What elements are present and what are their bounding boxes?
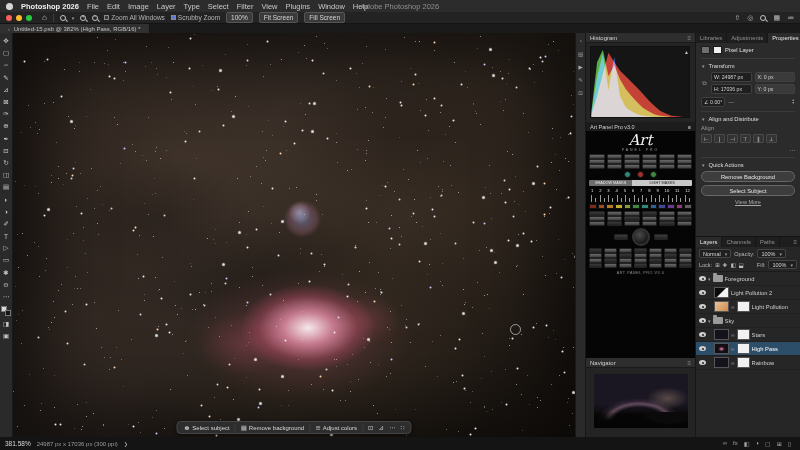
mask-number[interactable]: 4 [616, 188, 618, 193]
workspace-icon[interactable]: ≔ [787, 14, 794, 22]
blur-tool[interactable]: ◗ [1, 193, 12, 205]
actions-panel-icon[interactable]: ▶ [578, 64, 582, 70]
opacity-select[interactable]: 100%▾ [757, 249, 786, 258]
adjustment-layer-icon[interactable]: ◑ [755, 440, 759, 447]
add-mask-icon[interactable]: ◧ [744, 440, 750, 447]
history-panel-icon[interactable]: ◔ [579, 38, 582, 44]
panel-menu-icon[interactable]: ≡ [687, 35, 691, 41]
mask-number[interactable]: 6 [632, 188, 634, 193]
hand-tool[interactable]: ✱ [1, 267, 12, 279]
art-panel-button[interactable] [659, 221, 675, 226]
apple-menu-icon[interactable] [6, 3, 13, 10]
layer-row-stars[interactable]: ∞Stars [696, 328, 800, 342]
menu-file[interactable]: File [87, 2, 99, 11]
color-swatch[interactable] [676, 204, 684, 209]
art-panel-button[interactable] [589, 263, 602, 268]
layer-row-light-pollution[interactable]: ∞Light Pollution [696, 300, 800, 314]
panel-menu-icon[interactable]: ≡ [687, 360, 691, 366]
art-panel-button[interactable] [642, 221, 658, 226]
width-field[interactable]: W: 24987 px [711, 72, 752, 82]
zoom-in-icon[interactable]: + [80, 15, 86, 21]
new-layer-icon[interactable]: ⊞ [777, 440, 782, 447]
link-dimensions-icon[interactable]: ⧉ [701, 80, 708, 87]
color-swatch[interactable] [632, 204, 640, 209]
delete-layer-icon[interactable]: ▯ [788, 440, 791, 447]
art-panel-button[interactable] [614, 234, 628, 240]
align-icon-4[interactable]: ∥ [753, 134, 764, 143]
color-swatch[interactable] [667, 204, 675, 209]
art-panel-button[interactable] [619, 263, 632, 268]
layer-mask-thumbnail[interactable] [737, 329, 750, 340]
quick-mask-icon[interactable]: ◨ [1, 318, 12, 330]
history-brush-tool[interactable]: ↻ [1, 157, 12, 169]
layer-mask-thumbnail[interactable] [737, 343, 750, 354]
healing-brush-tool[interactable]: ⊕ [1, 120, 12, 132]
layer-thumbnail[interactable] [714, 343, 729, 354]
art-panel-button[interactable] [679, 263, 692, 268]
align-icon-3[interactable]: ⊤ [740, 134, 751, 143]
fill-screen-button[interactable]: Fill Screen [304, 12, 345, 23]
lock-icon-0[interactable]: ⊞ [715, 262, 720, 268]
uncached-refresh-icon[interactable]: ▲ [684, 49, 689, 55]
color-swatch[interactable] [641, 204, 649, 209]
navigator-thumbnail[interactable] [594, 374, 688, 428]
light-masks-label[interactable]: LIGHT MASKS [632, 180, 692, 186]
layer-mask-thumbnail[interactable] [737, 357, 750, 368]
remove-background-quick-button[interactable]: Remove Background [701, 171, 795, 182]
layer-mask-thumbnail[interactable] [714, 287, 729, 298]
menu-view[interactable]: View [261, 2, 277, 11]
mask-slider[interactable]: SHADOW MASKS LIGHT MASKS [589, 180, 692, 186]
fill-select[interactable]: 100%▾ [768, 260, 797, 269]
tab-layers[interactable]: Layers [696, 237, 722, 247]
type-tool[interactable]: T [1, 230, 12, 242]
panel-menu-icon[interactable]: ≡ [793, 237, 800, 247]
search-icon[interactable] [760, 15, 766, 21]
navigator-title[interactable]: Navigator [590, 360, 616, 366]
spinner-icon[interactable]: ▲▼ [792, 99, 795, 106]
art-panel-button[interactable] [607, 164, 623, 169]
scrubby-zoom-checkbox[interactable]: Scrubby Zoom [171, 14, 220, 21]
select-subject-quick-button[interactable]: Select Subject [701, 185, 795, 196]
dodge-tool[interactable]: ◑ [1, 206, 12, 218]
visibility-eye-icon[interactable] [699, 276, 706, 281]
zoom-tool-icon[interactable] [60, 15, 66, 21]
marquee-tool[interactable]: ▢ [1, 47, 12, 59]
mask-number[interactable]: 3 [607, 188, 609, 193]
zoom-percentage[interactable]: 381.58% [5, 440, 31, 447]
brush-tool[interactable]: ✒ [1, 133, 12, 145]
layer-row-sky[interactable]: ▾Sky [696, 314, 800, 328]
art-panel-button[interactable] [649, 263, 662, 268]
histogram-title[interactable]: Histogram [590, 35, 617, 41]
y-field[interactable]: Y: 0 px [755, 84, 796, 94]
transform-icon[interactable]: ⊿ [378, 424, 383, 432]
lock-icon-3[interactable]: ⬓ [739, 262, 744, 268]
align-icon-5[interactable]: ⊥ [766, 134, 777, 143]
mask-number[interactable]: 12 [685, 188, 690, 193]
quick-selection-tool[interactable]: ✎ [1, 72, 12, 84]
align-more-button[interactable]: ⋯ [789, 146, 795, 153]
link-layers-icon[interactable]: ∞ [723, 440, 727, 447]
brushes-panel-icon[interactable]: ✎ [578, 77, 583, 83]
remove-background-button[interactable]: ▦ Remove background [241, 424, 305, 432]
mask-number[interactable]: 8 [648, 188, 650, 193]
color-swatch[interactable] [606, 204, 614, 209]
adjust-colors-button[interactable]: ≌ Adjust colors [315, 424, 357, 432]
visibility-eye-icon[interactable] [699, 304, 706, 309]
color-swatch[interactable] [650, 204, 658, 209]
mask-number[interactable]: 1 [591, 188, 593, 193]
shadow-masks-label[interactable]: SHADOW MASKS [589, 180, 632, 186]
eyedropper-tool[interactable]: ✑ [1, 108, 12, 120]
pen-tool[interactable]: ✐ [1, 218, 12, 230]
zoom-all-windows-checkbox[interactable]: Zoom All Windows [104, 14, 164, 21]
visibility-eye-icon[interactable] [699, 346, 706, 351]
layer-thumbnail[interactable] [714, 329, 729, 340]
drag-handle-icon[interactable]: ∷ [400, 424, 404, 432]
green-dial[interactable] [650, 171, 657, 178]
zoom-out-icon[interactable]: − [92, 15, 98, 21]
screen-mode-icon[interactable]: ▣ [1, 330, 12, 342]
bell-icon[interactable]: ◎ [747, 14, 753, 22]
crop-tool[interactable]: ⊿ [1, 84, 12, 96]
move-tool[interactable]: ✥ [1, 35, 12, 47]
art-panel-title[interactable]: Art Panel Pro v3.0 [590, 124, 635, 130]
color-swatches[interactable] [1, 306, 11, 316]
